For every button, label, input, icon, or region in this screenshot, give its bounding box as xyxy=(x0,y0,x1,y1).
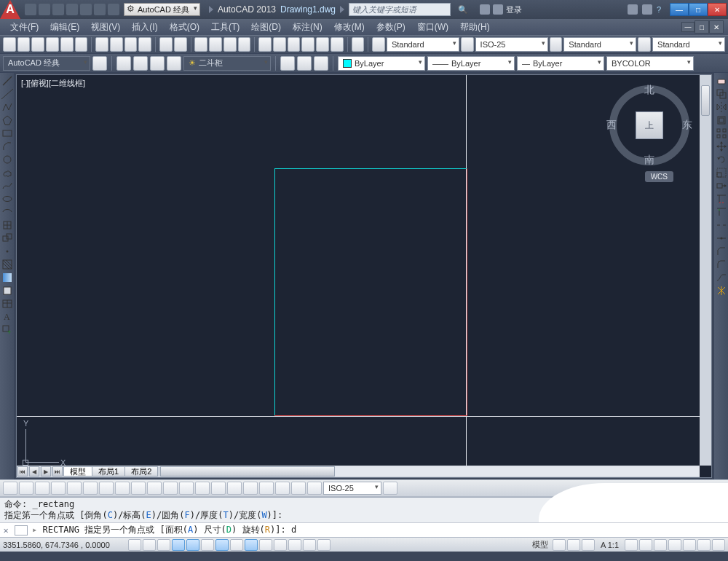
lwt-toggle[interactable] xyxy=(259,539,272,551)
table-icon[interactable] xyxy=(1,298,13,310)
break-icon[interactable] xyxy=(716,219,727,231)
viewport-scrollbar-v[interactable] xyxy=(700,75,711,466)
layer-state-icon[interactable] xyxy=(297,56,312,71)
open-icon[interactable] xyxy=(17,37,31,52)
menu-draw[interactable]: 绘图(D) xyxy=(245,20,287,35)
qp-toggle[interactable] xyxy=(288,539,301,551)
fillet-icon[interactable] xyxy=(716,259,727,270)
ws-switch-icon[interactable] xyxy=(654,539,667,551)
dimaligned-icon[interactable] xyxy=(19,482,33,495)
erase-icon[interactable] xyxy=(716,75,727,87)
cmd-close-icon[interactable]: ✕ xyxy=(0,525,12,536)
viewcube-north[interactable]: 北 xyxy=(644,84,654,97)
viewcube-top-face[interactable]: 上 xyxy=(636,111,663,139)
revcloud-icon[interactable] xyxy=(1,167,13,178)
search-icon[interactable]: 🔍 xyxy=(458,5,468,15)
linetype-combo[interactable]: ——ByLayer xyxy=(427,56,515,71)
blend-icon[interactable] xyxy=(716,272,727,283)
qat-plot-icon[interactable] xyxy=(80,4,92,15)
ellipse-icon[interactable] xyxy=(1,193,13,205)
tab-layout2[interactable]: 布局2 xyxy=(124,466,158,476)
explode-icon[interactable] xyxy=(716,285,727,297)
new-icon[interactable] xyxy=(3,37,16,52)
pan-icon[interactable] xyxy=(194,37,207,52)
offset-icon[interactable] xyxy=(716,114,727,126)
plotstyle-combo[interactable]: BYCOLOR xyxy=(606,56,694,71)
menu-tools[interactable]: 工具(T) xyxy=(205,20,245,35)
tab-first-icon[interactable]: ⏮ xyxy=(17,466,28,476)
viewcube-south[interactable]: 南 xyxy=(644,154,654,167)
qat-saveas-icon[interactable] xyxy=(66,4,78,15)
dimrad-icon[interactable] xyxy=(67,482,82,495)
chamfer-icon[interactable] xyxy=(716,246,727,257)
region-icon[interactable] xyxy=(1,285,13,297)
paste-icon[interactable] xyxy=(124,37,138,52)
polar-toggle[interactable] xyxy=(172,539,185,551)
dimarc-icon[interactable] xyxy=(35,482,50,495)
menu-window[interactable]: 窗口(W) xyxy=(411,20,454,35)
help-search-input[interactable]: 键入关键字或短语 xyxy=(349,3,451,16)
qat-open-icon[interactable] xyxy=(39,4,50,15)
menu-insert[interactable]: 插入(I) xyxy=(126,20,163,35)
annovis-icon[interactable] xyxy=(625,539,638,551)
block-icon[interactable] xyxy=(1,232,13,244)
ws-gear-icon[interactable] xyxy=(92,56,107,71)
viewcube-west[interactable]: 西 xyxy=(606,119,617,132)
trim-icon[interactable] xyxy=(716,193,727,205)
doc-minimize-button[interactable]: — xyxy=(681,22,695,32)
menu-modify[interactable]: 修改(M) xyxy=(328,20,371,35)
cloud-icon[interactable] xyxy=(642,4,652,15)
markup-icon[interactable] xyxy=(316,37,329,52)
xline-icon[interactable] xyxy=(1,88,13,100)
dimstylemgr-icon[interactable] xyxy=(383,482,397,495)
maximize-button[interactable]: □ xyxy=(689,3,708,16)
layer-freeze-icon[interactable] xyxy=(150,56,165,71)
join-icon[interactable] xyxy=(716,232,727,244)
stretch-icon[interactable] xyxy=(716,180,727,192)
menu-format[interactable]: 格式(O) xyxy=(164,20,205,35)
help2-icon[interactable] xyxy=(352,37,365,52)
lineweight-combo[interactable]: —ByLayer xyxy=(517,56,604,71)
cut-icon[interactable] xyxy=(95,37,108,52)
menu-dimension[interactable]: 标注(N) xyxy=(287,20,328,35)
rectangle-icon[interactable] xyxy=(1,128,13,139)
qat-redo-icon[interactable] xyxy=(108,4,119,15)
qat-save-icon[interactable] xyxy=(52,4,64,15)
ducs-toggle[interactable] xyxy=(230,539,243,551)
gradient-icon[interactable] xyxy=(1,272,13,283)
textstyle-icon[interactable] xyxy=(372,37,385,52)
dimstyle-combo[interactable]: ISO-25 xyxy=(475,37,548,52)
anno-scale[interactable]: A 1:1 xyxy=(596,541,623,549)
layer-prev-icon[interactable] xyxy=(280,56,295,71)
annoscale-icon[interactable] xyxy=(582,539,595,551)
mlstyle-icon[interactable] xyxy=(638,37,651,52)
dimbrk-icon[interactable] xyxy=(195,482,210,495)
quickview-d-icon[interactable] xyxy=(567,539,580,551)
workspace-combo[interactable]: AutoCAD 经典 xyxy=(124,3,200,16)
viewport-label[interactable]: [-][俯视][二维线框] xyxy=(21,78,85,89)
preview-icon[interactable] xyxy=(60,37,74,52)
redo2-icon[interactable] xyxy=(174,37,187,52)
array-icon[interactable] xyxy=(716,128,727,139)
zoom-icon[interactable] xyxy=(209,37,222,52)
tab-model[interactable]: 模型 xyxy=(63,466,92,476)
line-icon[interactable] xyxy=(1,75,13,87)
dimtedit-icon[interactable] xyxy=(291,482,306,495)
snap-toggle[interactable] xyxy=(128,539,141,551)
coords-readout[interactable]: 3351.5860, 674.7346 , 0.0000 xyxy=(3,541,127,549)
dimord-icon[interactable] xyxy=(51,482,66,495)
dimjog-icon[interactable] xyxy=(83,482,98,495)
sc-toggle[interactable] xyxy=(303,539,316,551)
workspace2-combo[interactable]: AutoCAD 经典 xyxy=(3,56,90,71)
print-icon[interactable] xyxy=(46,37,59,52)
qat-new-icon[interactable] xyxy=(25,4,36,15)
copy2-icon[interactable] xyxy=(716,88,727,100)
isolate-icon[interactable] xyxy=(697,539,711,551)
layer-on-icon[interactable] xyxy=(133,56,148,71)
toolbar-lock-icon[interactable] xyxy=(668,539,681,551)
scale-icon[interactable] xyxy=(716,167,727,178)
mtext-icon[interactable]: A xyxy=(1,311,13,323)
doc-close-button[interactable]: ✕ xyxy=(709,20,724,34)
pline-icon[interactable] xyxy=(1,101,13,113)
qat-undo-icon[interactable] xyxy=(94,4,106,15)
